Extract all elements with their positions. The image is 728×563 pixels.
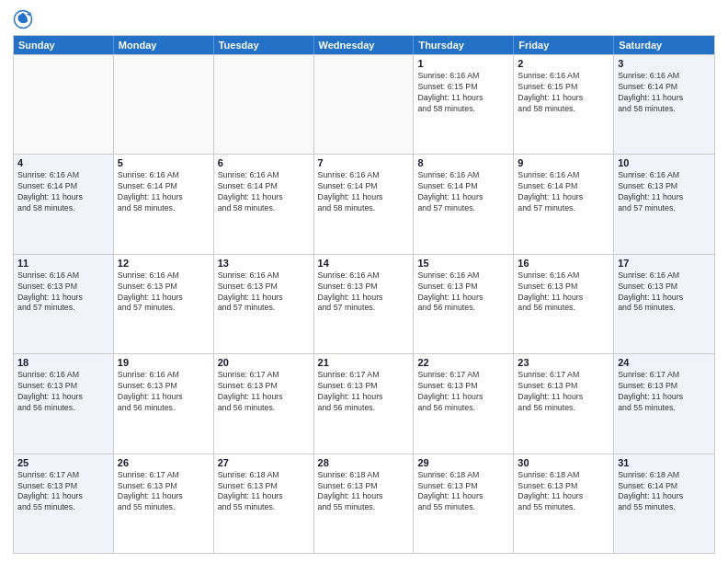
day-info: Sunrise: 6:17 AM Sunset: 6:13 PM Dayligh… — [518, 370, 609, 414]
day-cell-16: 16Sunrise: 6:16 AM Sunset: 6:13 PM Dayli… — [514, 255, 614, 353]
day-cell-7: 7Sunrise: 6:16 AM Sunset: 6:14 PM Daylig… — [314, 155, 415, 253]
day-info: Sunrise: 6:16 AM Sunset: 6:13 PM Dayligh… — [618, 170, 711, 214]
empty-cell-0-2 — [214, 55, 314, 154]
day-number: 23 — [518, 357, 609, 368]
day-number: 21 — [318, 357, 410, 368]
day-info: Sunrise: 6:18 AM Sunset: 6:13 PM Dayligh… — [417, 470, 509, 514]
week-row-2: 4Sunrise: 6:16 AM Sunset: 6:14 PM Daylig… — [14, 154, 714, 253]
day-number: 30 — [518, 457, 609, 468]
calendar-body: 1Sunrise: 6:16 AM Sunset: 6:15 PM Daylig… — [14, 54, 714, 553]
day-info: Sunrise: 6:18 AM Sunset: 6:13 PM Dayligh… — [218, 470, 310, 514]
header-cell-thursday: Thursday — [414, 36, 514, 54]
day-cell-12: 12Sunrise: 6:16 AM Sunset: 6:13 PM Dayli… — [114, 255, 214, 353]
day-cell-2: 2Sunrise: 6:16 AM Sunset: 6:15 PM Daylig… — [514, 55, 614, 154]
day-info: Sunrise: 6:16 AM Sunset: 6:14 PM Dayligh… — [17, 170, 109, 214]
logo — [13, 9, 37, 29]
day-number: 29 — [417, 457, 509, 468]
day-info: Sunrise: 6:16 AM Sunset: 6:15 PM Dayligh… — [518, 71, 609, 115]
empty-cell-0-0 — [14, 55, 114, 154]
day-cell-6: 6Sunrise: 6:16 AM Sunset: 6:14 PM Daylig… — [214, 155, 314, 253]
day-cell-13: 13Sunrise: 6:16 AM Sunset: 6:13 PM Dayli… — [214, 255, 314, 353]
day-cell-3: 3Sunrise: 6:16 AM Sunset: 6:14 PM Daylig… — [614, 55, 714, 154]
day-info: Sunrise: 6:16 AM Sunset: 6:13 PM Dayligh… — [218, 270, 310, 315]
day-info: Sunrise: 6:16 AM Sunset: 6:13 PM Dayligh… — [17, 270, 109, 315]
day-cell-10: 10Sunrise: 6:16 AM Sunset: 6:13 PM Dayli… — [614, 155, 714, 253]
day-cell-23: 23Sunrise: 6:17 AM Sunset: 6:13 PM Dayli… — [514, 354, 614, 453]
day-number: 18 — [17, 357, 109, 368]
day-cell-24: 24Sunrise: 6:17 AM Sunset: 6:13 PM Dayli… — [614, 354, 714, 453]
header — [13, 9, 715, 29]
header-cell-saturday: Saturday — [614, 36, 714, 54]
day-number: 31 — [618, 457, 711, 468]
day-info: Sunrise: 6:16 AM Sunset: 6:15 PM Dayligh… — [417, 71, 509, 115]
day-cell-17: 17Sunrise: 6:16 AM Sunset: 6:13 PM Dayli… — [614, 255, 714, 353]
header-cell-sunday: Sunday — [14, 36, 114, 54]
day-info: Sunrise: 6:16 AM Sunset: 6:13 PM Dayligh… — [318, 270, 410, 315]
day-number: 2 — [518, 58, 609, 69]
day-cell-20: 20Sunrise: 6:17 AM Sunset: 6:13 PM Dayli… — [214, 354, 314, 453]
day-cell-1: 1Sunrise: 6:16 AM Sunset: 6:15 PM Daylig… — [414, 55, 514, 154]
day-number: 8 — [417, 157, 509, 168]
day-info: Sunrise: 6:16 AM Sunset: 6:13 PM Dayligh… — [118, 370, 210, 414]
day-info: Sunrise: 6:18 AM Sunset: 6:13 PM Dayligh… — [318, 470, 410, 514]
day-info: Sunrise: 6:16 AM Sunset: 6:14 PM Dayligh… — [518, 170, 609, 214]
week-row-4: 18Sunrise: 6:16 AM Sunset: 6:13 PM Dayli… — [14, 353, 714, 453]
day-cell-15: 15Sunrise: 6:16 AM Sunset: 6:13 PM Dayli… — [414, 255, 514, 353]
page: SundayMondayTuesdayWednesdayThursdayFrid… — [0, 0, 728, 563]
day-number: 7 — [318, 157, 410, 168]
day-number: 9 — [518, 157, 609, 168]
day-number: 25 — [17, 457, 109, 468]
day-info: Sunrise: 6:17 AM Sunset: 6:13 PM Dayligh… — [618, 370, 711, 414]
week-row-1: 1Sunrise: 6:16 AM Sunset: 6:15 PM Daylig… — [14, 54, 714, 154]
day-cell-14: 14Sunrise: 6:16 AM Sunset: 6:13 PM Dayli… — [314, 255, 415, 353]
day-cell-27: 27Sunrise: 6:18 AM Sunset: 6:13 PM Dayli… — [214, 454, 314, 553]
day-info: Sunrise: 6:16 AM Sunset: 6:13 PM Dayligh… — [518, 270, 609, 315]
day-info: Sunrise: 6:16 AM Sunset: 6:14 PM Dayligh… — [618, 71, 711, 115]
day-number: 1 — [417, 58, 509, 69]
day-info: Sunrise: 6:18 AM Sunset: 6:13 PM Dayligh… — [518, 470, 609, 514]
day-info: Sunrise: 6:17 AM Sunset: 6:13 PM Dayligh… — [218, 370, 310, 414]
day-info: Sunrise: 6:16 AM Sunset: 6:14 PM Dayligh… — [218, 170, 310, 214]
week-row-5: 25Sunrise: 6:17 AM Sunset: 6:13 PM Dayli… — [14, 454, 714, 553]
day-number: 20 — [218, 357, 310, 368]
day-cell-26: 26Sunrise: 6:17 AM Sunset: 6:13 PM Dayli… — [114, 454, 214, 553]
day-cell-19: 19Sunrise: 6:16 AM Sunset: 6:13 PM Dayli… — [114, 354, 214, 453]
day-cell-9: 9Sunrise: 6:16 AM Sunset: 6:14 PM Daylig… — [514, 155, 614, 253]
day-info: Sunrise: 6:16 AM Sunset: 6:13 PM Dayligh… — [17, 370, 109, 414]
empty-cell-0-1 — [114, 55, 214, 154]
day-info: Sunrise: 6:18 AM Sunset: 6:14 PM Dayligh… — [618, 470, 711, 514]
day-cell-5: 5Sunrise: 6:16 AM Sunset: 6:14 PM Daylig… — [114, 155, 214, 253]
day-cell-4: 4Sunrise: 6:16 AM Sunset: 6:14 PM Daylig… — [14, 155, 114, 253]
day-number: 15 — [417, 258, 509, 269]
day-number: 12 — [118, 258, 210, 269]
day-cell-28: 28Sunrise: 6:18 AM Sunset: 6:13 PM Dayli… — [314, 454, 415, 553]
day-number: 3 — [618, 58, 711, 69]
header-cell-friday: Friday — [514, 36, 614, 54]
day-info: Sunrise: 6:17 AM Sunset: 6:13 PM Dayligh… — [417, 370, 509, 414]
day-info: Sunrise: 6:16 AM Sunset: 6:13 PM Dayligh… — [118, 270, 210, 315]
day-number: 26 — [118, 457, 210, 468]
day-number: 14 — [318, 258, 410, 269]
empty-cell-0-3 — [314, 55, 415, 154]
header-cell-monday: Monday — [114, 36, 214, 54]
day-info: Sunrise: 6:16 AM Sunset: 6:14 PM Dayligh… — [318, 170, 410, 214]
day-number: 6 — [218, 157, 310, 168]
day-number: 4 — [17, 157, 109, 168]
header-cell-wednesday: Wednesday — [314, 36, 415, 54]
day-cell-30: 30Sunrise: 6:18 AM Sunset: 6:13 PM Dayli… — [514, 454, 614, 553]
day-number: 24 — [618, 357, 711, 368]
day-info: Sunrise: 6:17 AM Sunset: 6:13 PM Dayligh… — [17, 470, 109, 514]
day-info: Sunrise: 6:16 AM Sunset: 6:14 PM Dayligh… — [118, 170, 210, 214]
day-cell-18: 18Sunrise: 6:16 AM Sunset: 6:13 PM Dayli… — [14, 354, 114, 453]
week-row-3: 11Sunrise: 6:16 AM Sunset: 6:13 PM Dayli… — [14, 254, 714, 353]
day-number: 11 — [17, 258, 109, 269]
header-cell-tuesday: Tuesday — [214, 36, 314, 54]
day-info: Sunrise: 6:16 AM Sunset: 6:14 PM Dayligh… — [417, 170, 509, 214]
day-info: Sunrise: 6:16 AM Sunset: 6:13 PM Dayligh… — [618, 270, 711, 315]
day-number: 27 — [218, 457, 310, 468]
day-number: 5 — [118, 157, 210, 168]
day-cell-29: 29Sunrise: 6:18 AM Sunset: 6:13 PM Dayli… — [414, 454, 514, 553]
day-number: 10 — [618, 157, 711, 168]
day-number: 17 — [618, 258, 711, 269]
day-cell-21: 21Sunrise: 6:17 AM Sunset: 6:13 PM Dayli… — [314, 354, 415, 453]
